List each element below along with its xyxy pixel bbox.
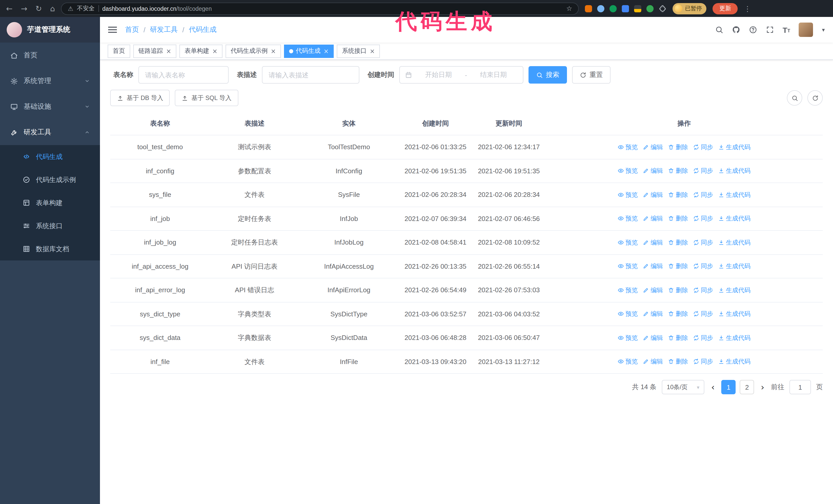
preview-link[interactable]: 预览 [618, 190, 638, 199]
sync-link[interactable]: 同步 [693, 190, 713, 199]
preview-link[interactable]: 预览 [618, 262, 638, 271]
generate-code-link[interactable]: 生成代码 [718, 333, 751, 342]
tab-close-icon[interactable]: × [166, 48, 171, 54]
preview-link[interactable]: 预览 [618, 214, 638, 223]
tab-close-icon[interactable]: × [212, 48, 217, 54]
prev-page-button[interactable]: ‹ [710, 383, 716, 391]
edit-link[interactable]: 编辑 [643, 143, 663, 152]
generate-code-link[interactable]: 生成代码 [718, 286, 751, 295]
page-size-select[interactable]: 10条/页 ▾ [662, 380, 704, 394]
table-name-input[interactable] [138, 66, 229, 83]
reset-button[interactable]: 重置 [572, 66, 611, 83]
sidebar-item-home[interactable]: 首页 [0, 43, 100, 68]
fullscreen-icon[interactable] [766, 26, 774, 34]
preview-link[interactable]: 预览 [618, 286, 638, 295]
extension-icon[interactable] [622, 5, 629, 12]
generate-code-link[interactable]: 生成代码 [718, 357, 751, 366]
delete-link[interactable]: 删除 [668, 238, 688, 247]
chevron-down-icon[interactable]: ▾ [822, 26, 825, 33]
generate-code-link[interactable]: 生成代码 [718, 262, 751, 271]
forward-icon[interactable]: → [21, 4, 27, 13]
extensions-puzzle-icon[interactable] [659, 5, 667, 12]
edit-link[interactable]: 编辑 [643, 357, 663, 366]
edit-link[interactable]: 编辑 [643, 286, 663, 295]
delete-link[interactable]: 删除 [668, 333, 688, 342]
preview-link[interactable]: 预览 [618, 143, 638, 152]
github-icon[interactable] [732, 26, 740, 34]
sync-link[interactable]: 同步 [693, 333, 713, 342]
sidebar-subitem-form-builder[interactable]: 表单构建 [0, 191, 100, 214]
tab-close-icon[interactable]: × [370, 48, 375, 54]
bookmark-star-icon[interactable]: ☆ [566, 5, 572, 12]
tab-system-api[interactable]: 系统接口× [337, 44, 380, 58]
font-size-icon[interactable]: TT [783, 26, 790, 33]
edit-link[interactable]: 编辑 [643, 238, 663, 247]
preview-link[interactable]: 预览 [618, 238, 638, 247]
url-bar[interactable]: ⚠ 不安全 dashboard.yudao.iocoder.cn/tool/co… [61, 2, 579, 15]
preview-link[interactable]: 预览 [618, 309, 638, 319]
extension-icon[interactable] [585, 5, 592, 12]
profile-paused-badge[interactable]: 已暂停 [673, 3, 707, 14]
tab-codegen-example[interactable]: 代码生成示例× [225, 44, 281, 58]
delete-link[interactable]: 删除 [668, 357, 688, 366]
hamburger-menu-icon[interactable] [108, 25, 117, 34]
delete-link[interactable]: 删除 [668, 143, 688, 152]
sync-link[interactable]: 同步 [693, 143, 713, 152]
edit-link[interactable]: 编辑 [643, 166, 663, 175]
generate-code-link[interactable]: 生成代码 [718, 238, 751, 247]
tab-codegen[interactable]: 代码生成× [284, 44, 334, 58]
date-range-picker[interactable]: 开始日期 - 结束日期 [399, 66, 523, 83]
tab-trace[interactable]: 链路追踪× [133, 44, 176, 58]
sidebar-item-infra[interactable]: 基础设施 [0, 94, 100, 119]
sync-link[interactable]: 同步 [693, 357, 713, 366]
import-db-button[interactable]: 基于 DB 导入 [110, 90, 170, 106]
generate-code-link[interactable]: 生成代码 [718, 309, 751, 319]
preview-link[interactable]: 预览 [618, 357, 638, 366]
extension-icon[interactable] [610, 5, 617, 12]
sync-link[interactable]: 同步 [693, 214, 713, 223]
sidebar-subitem-system-api[interactable]: 系统接口 [0, 214, 100, 237]
next-page-button[interactable]: › [759, 383, 766, 391]
end-date-placeholder[interactable]: 结束日期 [469, 70, 518, 79]
delete-link[interactable]: 删除 [668, 214, 688, 223]
tab-home[interactable]: 首页 [108, 44, 130, 58]
generate-code-link[interactable]: 生成代码 [718, 214, 751, 223]
delete-link[interactable]: 删除 [668, 262, 688, 271]
delete-link[interactable]: 删除 [668, 166, 688, 175]
toggle-search-button[interactable] [787, 90, 802, 105]
sync-link[interactable]: 同步 [693, 286, 713, 295]
import-sql-button[interactable]: 基于 SQL 导入 [175, 90, 238, 106]
sidebar-item-devtools[interactable]: 研发工具 [0, 119, 100, 145]
sidebar-subitem-codegen-example[interactable]: 代码生成示例 [0, 168, 100, 191]
breadcrumb-item[interactable]: 研发工具 [150, 25, 178, 34]
app-logo[interactable]: 芋道管理系统 [0, 17, 100, 43]
reload-icon[interactable]: ↻ [35, 4, 42, 13]
edit-link[interactable]: 编辑 [643, 214, 663, 223]
delete-link[interactable]: 删除 [668, 286, 688, 295]
generate-code-link[interactable]: 生成代码 [718, 166, 751, 175]
search-button[interactable]: 搜索 [528, 66, 567, 83]
extension-icon[interactable] [647, 5, 654, 12]
generate-code-link[interactable]: 生成代码 [718, 190, 751, 199]
tab-form-builder[interactable]: 表单构建× [180, 44, 222, 58]
page-button-2[interactable]: 2 [740, 380, 754, 394]
help-icon[interactable] [749, 26, 757, 34]
edit-link[interactable]: 编辑 [643, 190, 663, 199]
sidebar-subitem-db-doc[interactable]: 数据库文档 [0, 237, 100, 261]
goto-page-input[interactable] [789, 380, 811, 394]
edit-link[interactable]: 编辑 [643, 309, 663, 319]
browser-menu-icon[interactable]: ⋮ [744, 4, 751, 13]
edit-link[interactable]: 编辑 [643, 333, 663, 342]
refresh-table-button[interactable] [807, 90, 823, 105]
breadcrumb-item[interactable]: 首页 [125, 25, 139, 34]
generate-code-link[interactable]: 生成代码 [718, 143, 751, 152]
sync-link[interactable]: 同步 [693, 309, 713, 319]
sync-link[interactable]: 同步 [693, 262, 713, 271]
extension-icon[interactable] [597, 5, 604, 12]
page-button-1[interactable]: 1 [721, 380, 736, 394]
user-avatar[interactable] [799, 23, 813, 37]
tab-close-icon[interactable]: × [324, 48, 329, 54]
preview-link[interactable]: 预览 [618, 333, 638, 342]
table-desc-input[interactable] [262, 66, 359, 83]
browser-update-button[interactable]: 更新 [713, 3, 738, 14]
